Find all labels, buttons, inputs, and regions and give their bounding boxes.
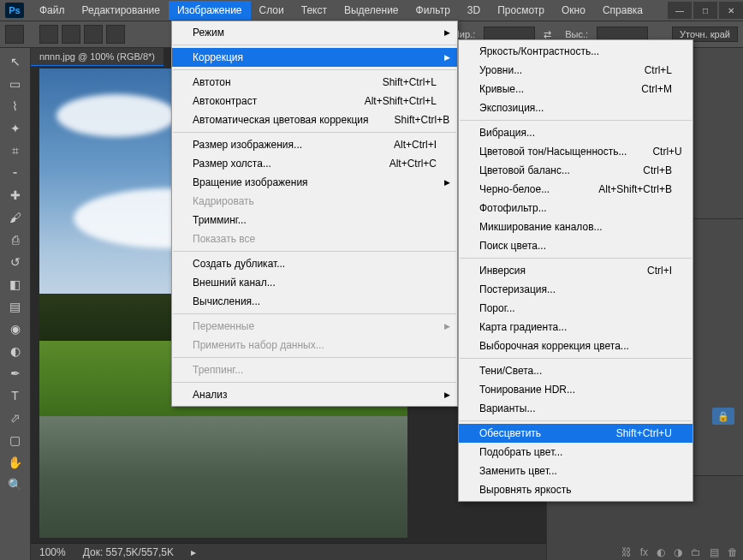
marquee-tool[interactable]: ▭ <box>5 74 26 94</box>
menu-выделение[interactable]: Выделение <box>336 1 407 20</box>
type-tool[interactable]: T <box>5 385 26 406</box>
image-menu-item[interactable]: Создать дубликат... <box>172 254 457 273</box>
maximize-button[interactable]: □ <box>693 2 717 19</box>
adjustment-icon[interactable]: ◑ <box>674 546 682 558</box>
pen-tool[interactable]: ✒ <box>5 363 26 384</box>
adjust-menu-item[interactable]: Вибрация... <box>459 123 692 142</box>
path-select-tool[interactable]: ⬀ <box>5 408 26 428</box>
adjust-menu-item[interactable]: ОбесцветитьShift+Ctrl+U <box>459 424 692 443</box>
adjust-menu-item[interactable]: Тонирование HDR... <box>459 380 692 399</box>
swap-icon[interactable]: ⇄ <box>538 29 556 40</box>
selection-new[interactable] <box>39 25 58 44</box>
image-menu-item: Кадрировать <box>172 192 457 211</box>
close-button[interactable]: ✕ <box>719 2 743 19</box>
adjust-menu-item[interactable]: Кривые...Ctrl+M <box>459 80 692 98</box>
selection-subtract[interactable] <box>84 25 103 44</box>
healing-tool[interactable]: ✚ <box>5 185 26 206</box>
menu-item-label: Показать все <box>193 233 255 245</box>
menu-текст[interactable]: Текст <box>293 1 336 20</box>
image-menu-item[interactable]: Размер изображения...Alt+Ctrl+I <box>172 135 457 154</box>
image-menu-item[interactable]: Размер холста...Alt+Ctrl+C <box>172 154 457 173</box>
menu-separator <box>460 358 692 359</box>
selection-add[interactable] <box>62 25 80 44</box>
menu-item-label: Выровнять яркость <box>479 484 572 496</box>
brush-tool[interactable]: 🖌 <box>5 207 26 228</box>
image-menu-item: Применить набор данных... <box>172 336 457 354</box>
menu-item-shortcut: Alt+Shift+Ctrl+B <box>573 183 672 195</box>
menu-фильтр[interactable]: Фильтр <box>407 1 459 20</box>
lasso-tool[interactable]: ⌇ <box>5 96 26 116</box>
adjust-menu-item[interactable]: Порог... <box>459 299 692 318</box>
eyedropper-tool[interactable]: ⁃ <box>5 163 26 183</box>
adjust-menu-item[interactable]: Поиск цвета... <box>459 236 692 255</box>
status-bar: 100% Док: 557,5K/557,5K ▸ <box>31 543 546 560</box>
tool-preset[interactable] <box>5 25 24 44</box>
trash-icon[interactable]: 🗑 <box>728 546 738 558</box>
minimize-button[interactable]: — <box>668 2 692 19</box>
adjust-menu-item[interactable]: Варианты... <box>459 399 692 418</box>
status-arrow-icon[interactable]: ▸ <box>191 546 196 558</box>
menu-справка[interactable]: Справка <box>594 1 651 20</box>
eraser-tool[interactable]: ◧ <box>5 274 26 295</box>
image-menu-item[interactable]: Внешний канал... <box>172 273 457 292</box>
adjust-menu-item[interactable]: Постеризация... <box>459 280 692 299</box>
gradient-tool[interactable]: ▤ <box>5 296 26 317</box>
rectangle-tool[interactable]: ▢ <box>5 430 26 450</box>
folder-icon[interactable]: 🗀 <box>691 546 701 558</box>
image-menu-item[interactable]: Автоматическая цветовая коррекцияShift+C… <box>172 110 457 129</box>
doc-size: Док: 557,5K/557,5K <box>83 546 174 558</box>
move-tool[interactable]: ↖ <box>5 51 26 72</box>
adjust-menu-item[interactable]: Черно-белое...Alt+Shift+Ctrl+B <box>459 180 692 199</box>
selection-intersect[interactable] <box>106 25 125 44</box>
adjust-menu-item[interactable]: Выровнять яркость <box>459 480 692 499</box>
image-menu-item[interactable]: Вычисления... <box>172 292 457 311</box>
adjust-menu-item[interactable]: Подобрать цвет... <box>459 443 692 462</box>
image-menu-item[interactable]: Коррекция▶ <box>172 48 457 67</box>
adjust-menu-item[interactable]: Микширование каналов... <box>459 217 692 236</box>
image-menu-item[interactable]: Тримминг... <box>172 211 457 229</box>
menu-item-label: Черно-белое... <box>479 183 550 195</box>
adjust-menu-item[interactable]: Выборочная коррекция цвета... <box>459 337 692 355</box>
zoom-tool[interactable]: 🔍 <box>5 474 26 495</box>
adjust-menu-item[interactable]: Тени/Света... <box>459 361 692 380</box>
dodge-tool[interactable]: ◐ <box>5 341 26 361</box>
image-menu-item[interactable]: АвтоконтрастAlt+Shift+Ctrl+L <box>172 92 457 110</box>
adjust-menu-item[interactable]: Яркость/Контрастность... <box>459 42 692 61</box>
mask-icon[interactable]: ◐ <box>657 546 665 558</box>
menu-item-shortcut: Ctrl+U <box>627 146 681 158</box>
adjust-menu-item[interactable]: Заменить цвет... <box>459 462 692 480</box>
image-menu-item[interactable]: АвтотонShift+Ctrl+L <box>172 73 457 92</box>
menu-separator <box>460 258 692 259</box>
menu-файл[interactable]: Файл <box>31 1 74 20</box>
adjust-menu-item[interactable]: Экспозиция... <box>459 98 692 117</box>
hand-tool[interactable]: ✋ <box>5 452 26 473</box>
history-brush-tool[interactable]: ↺ <box>5 252 26 272</box>
menu-item-label: Обесцветить <box>479 427 541 439</box>
image-menu-item[interactable]: Анализ▶ <box>172 385 457 404</box>
image-menu-item[interactable]: Вращение изображения▶ <box>172 173 457 192</box>
new-layer-icon[interactable]: ▤ <box>710 546 719 558</box>
adjust-menu-item[interactable]: Фотофильтр... <box>459 199 692 217</box>
crop-tool[interactable]: ⌗ <box>5 140 26 161</box>
adjust-menu-item[interactable]: Цветовой тон/Насыщенность...Ctrl+U <box>459 142 692 161</box>
adjust-menu-item[interactable]: Карта градиента... <box>459 318 692 337</box>
adjust-menu-item[interactable]: ИнверсияCtrl+I <box>459 261 692 280</box>
document-tab[interactable]: nпnп.jpg @ 100% (RGB/8*) <box>31 48 163 66</box>
adjust-menu-item[interactable]: Уровни...Ctrl+L <box>459 61 692 80</box>
image-menu-item[interactable]: Режим▶ <box>172 23 457 42</box>
menu-изображение[interactable]: Изображение <box>169 1 251 20</box>
fx-icon[interactable]: fx <box>640 546 648 558</box>
submenu-arrow-icon: ▶ <box>444 28 450 37</box>
wand-tool[interactable]: ✦ <box>5 118 26 139</box>
zoom-value[interactable]: 100% <box>39 546 66 558</box>
adjust-menu-item[interactable]: Цветовой баланс...Ctrl+B <box>459 161 692 180</box>
blur-tool[interactable]: ◉ <box>5 319 26 339</box>
menu-item-label: Создать дубликат... <box>193 258 285 270</box>
menu-редактирование[interactable]: Редактирование <box>74 1 169 20</box>
menu-окно[interactable]: Окно <box>553 1 594 20</box>
menu-3d[interactable]: 3D <box>459 1 489 20</box>
link-icon[interactable]: ⛓ <box>621 546 632 558</box>
menu-просмотр[interactable]: Просмотр <box>489 1 553 20</box>
stamp-tool[interactable]: ⎙ <box>5 229 26 250</box>
menu-слои[interactable]: Слои <box>251 1 293 20</box>
